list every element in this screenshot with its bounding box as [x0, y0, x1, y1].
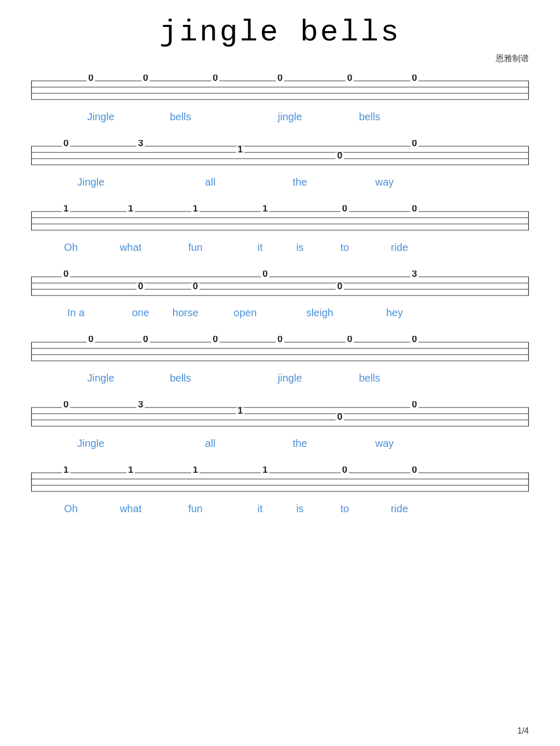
- lyric-word: what: [120, 503, 142, 515]
- svg-text:0: 0: [193, 281, 198, 291]
- lyric-word: open: [234, 307, 257, 319]
- lyrics-row-6: Jinglealltheway: [31, 438, 529, 457]
- lyric-word: Oh: [64, 503, 78, 515]
- svg-text:0: 0: [262, 271, 268, 279]
- svg-text:1: 1: [262, 467, 268, 475]
- svg-text:0: 0: [337, 281, 342, 291]
- tab-staff-5: 000000Jinglebellsjinglebells: [31, 336, 529, 392]
- svg-text:0: 0: [347, 75, 352, 83]
- lyric-word: bells: [359, 372, 380, 384]
- lyric-word: fun: [188, 503, 203, 515]
- lyric-word: to: [340, 242, 349, 254]
- lyric-word: what: [120, 242, 142, 254]
- lyrics-row-5: Jinglebellsjinglebells: [31, 372, 529, 392]
- svg-text:1: 1: [237, 144, 243, 154]
- credit-text: 恩雅制谱: [31, 53, 529, 64]
- svg-text:0: 0: [143, 75, 148, 83]
- tab-staff-7: 111100Ohwhatfunitistoride: [31, 467, 529, 523]
- svg-text:0: 0: [277, 75, 283, 83]
- lyric-word: jingle: [278, 111, 302, 123]
- lyric-word: all: [205, 438, 216, 449]
- svg-text:1: 1: [128, 467, 133, 475]
- lyric-word: sleigh: [306, 307, 333, 319]
- svg-text:0: 0: [412, 401, 417, 410]
- lyrics-row-1: Jinglebellsjinglebells: [31, 111, 529, 131]
- svg-text:1: 1: [193, 467, 198, 475]
- svg-text:0: 0: [342, 467, 347, 475]
- lyric-word: horse: [173, 307, 199, 319]
- svg-text:0: 0: [412, 205, 417, 214]
- lyric-word: the: [292, 438, 307, 449]
- svg-text:1: 1: [193, 205, 198, 214]
- svg-text:0: 0: [277, 336, 283, 344]
- lyric-word: Jingle: [77, 438, 104, 449]
- lyric-word: it: [258, 242, 263, 254]
- svg-text:3: 3: [138, 401, 143, 410]
- svg-text:1: 1: [237, 405, 243, 416]
- lyrics-row-3: Ohwhatfunitistoride: [31, 242, 529, 261]
- tab-staff-1: 000000Jinglebellsjinglebells: [31, 75, 529, 131]
- lyric-word: Jingle: [87, 372, 114, 384]
- lyric-word: Jingle: [77, 176, 104, 188]
- svg-text:0: 0: [63, 271, 68, 279]
- lyric-word: it: [258, 503, 263, 515]
- lyrics-row-4: In aonehorseopensleighhey: [31, 307, 529, 327]
- lyric-word: the: [292, 176, 307, 188]
- tab-staff-3: 111100Ohwhatfunitistoride: [31, 205, 529, 261]
- svg-text:0: 0: [342, 205, 347, 214]
- svg-text:0: 0: [138, 281, 143, 291]
- svg-text:0: 0: [213, 336, 218, 344]
- svg-text:0: 0: [88, 336, 93, 344]
- lyric-word: Jingle: [87, 111, 114, 123]
- lyric-word: bells: [170, 372, 191, 384]
- svg-text:0: 0: [63, 140, 68, 148]
- lyric-word: jingle: [278, 372, 302, 384]
- svg-text:1: 1: [63, 205, 68, 214]
- lyric-word: way: [375, 438, 394, 449]
- lyric-word: bells: [170, 111, 191, 123]
- lyric-word: all: [205, 176, 216, 188]
- svg-text:0: 0: [412, 140, 417, 148]
- svg-text:3: 3: [138, 140, 143, 148]
- lyric-word: In a: [67, 307, 85, 319]
- svg-text:0: 0: [213, 75, 218, 83]
- svg-text:1: 1: [63, 467, 68, 475]
- tab-staff-6: 03100Jinglealltheway: [31, 401, 529, 457]
- svg-text:0: 0: [412, 467, 417, 475]
- lyric-word: Oh: [64, 242, 78, 254]
- lyric-word: is: [296, 503, 303, 515]
- tab-staff-2: 03100Jinglealltheway: [31, 140, 529, 196]
- lyric-word: way: [375, 176, 394, 188]
- svg-text:1: 1: [128, 205, 133, 214]
- lyric-word: bells: [359, 111, 380, 123]
- svg-text:0: 0: [412, 75, 417, 83]
- lyrics-row-7: Ohwhatfunitistoride: [31, 503, 529, 523]
- lyric-word: ride: [391, 503, 408, 515]
- lyric-word: is: [296, 242, 303, 254]
- tab-staff-4: 000003In aonehorseopensleighhey: [31, 271, 529, 327]
- svg-text:0: 0: [412, 336, 417, 344]
- page-number: 1/4: [517, 726, 529, 736]
- lyric-word: hey: [386, 307, 403, 319]
- svg-text:0: 0: [143, 336, 148, 344]
- svg-text:0: 0: [63, 401, 68, 410]
- lyric-word: one: [132, 307, 149, 319]
- svg-text:1: 1: [262, 205, 268, 214]
- lyrics-row-2: Jinglealltheway: [31, 176, 529, 196]
- svg-text:0: 0: [347, 336, 352, 344]
- svg-text:3: 3: [412, 271, 417, 279]
- lyric-word: to: [340, 503, 349, 515]
- lyric-word: ride: [391, 242, 408, 254]
- svg-text:0: 0: [88, 75, 93, 83]
- page-title: jingle bells: [31, 16, 529, 49]
- svg-text:0: 0: [337, 150, 342, 161]
- lyric-word: fun: [188, 242, 203, 254]
- svg-text:0: 0: [337, 412, 342, 422]
